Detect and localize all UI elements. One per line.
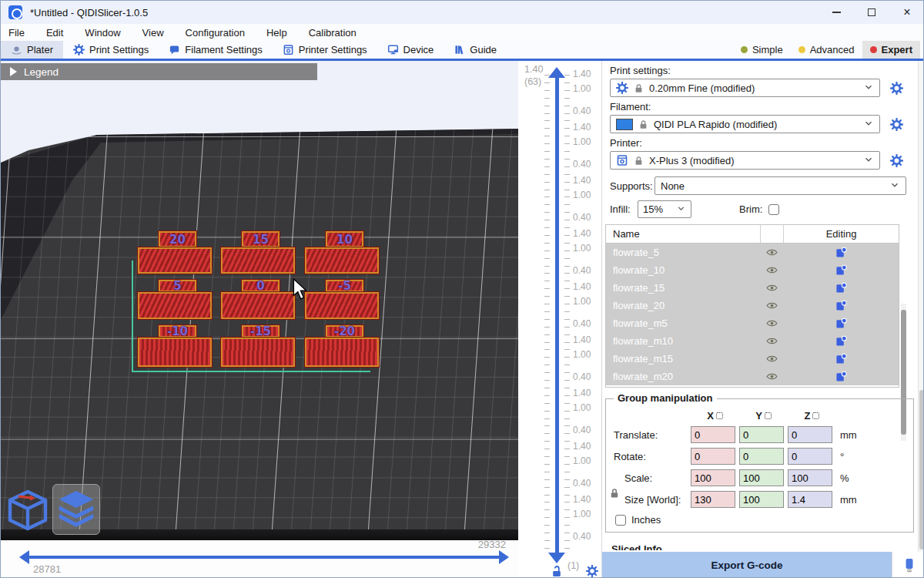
tab-print-settings[interactable]: Print Settings bbox=[63, 41, 159, 59]
print-settings-gear-button[interactable] bbox=[890, 82, 903, 95]
plate-object-5[interactable] bbox=[138, 292, 212, 319]
tab-device[interactable]: Device bbox=[377, 41, 444, 59]
menu-item-edit[interactable]: Edit bbox=[42, 26, 68, 39]
slider-settings-gear-icon[interactable] bbox=[586, 565, 598, 577]
slider-lock-open-icon[interactable] bbox=[551, 565, 563, 577]
plate-object-0[interactable] bbox=[221, 292, 295, 319]
mode-expert[interactable]: Expert bbox=[862, 41, 920, 59]
gm-field-x-translate[interactable] bbox=[691, 426, 735, 443]
plate-object-tab-5[interactable]: 5 bbox=[159, 280, 196, 292]
moves-slider-right-thumb[interactable] bbox=[499, 550, 509, 564]
tab-filament-settings[interactable]: Filament Settings bbox=[159, 41, 272, 59]
export-to-usb-button[interactable] bbox=[892, 552, 924, 578]
edit-object-icon[interactable] bbox=[783, 282, 899, 294]
plate-object-tab-0[interactable]: 0 bbox=[242, 280, 280, 292]
menu-item-help[interactable]: Help bbox=[262, 26, 292, 39]
printer-gear-button[interactable] bbox=[890, 154, 903, 167]
edit-object-icon[interactable] bbox=[783, 264, 899, 276]
menu-item-view[interactable]: View bbox=[138, 26, 169, 39]
infill-combo[interactable]: 15% bbox=[638, 200, 691, 218]
table-row-flowrate-10[interactable]: flowrate_10 bbox=[606, 261, 899, 279]
menu-item-window[interactable]: Window bbox=[80, 26, 125, 39]
eye-icon[interactable] bbox=[760, 353, 783, 365]
tab-guide[interactable]: Guide bbox=[444, 41, 507, 59]
plate-object-tab-10[interactable]: 10 bbox=[326, 231, 363, 247]
gm-field-y-size-world[interactable] bbox=[739, 491, 784, 508]
gm-field-y-translate[interactable] bbox=[739, 426, 784, 443]
moves-slider-track[interactable] bbox=[28, 556, 500, 559]
edit-object-icon[interactable] bbox=[783, 247, 899, 258]
table-row-flowrate-15[interactable]: flowrate_15 bbox=[606, 279, 899, 297]
gm-field-y-scale[interactable] bbox=[739, 469, 784, 486]
mode-simple[interactable]: Simple bbox=[733, 41, 791, 59]
eye-icon[interactable] bbox=[760, 335, 783, 347]
edit-object-icon[interactable] bbox=[783, 318, 899, 329]
gm-field-y-rotate[interactable] bbox=[739, 448, 784, 465]
edit-object-icon[interactable] bbox=[783, 353, 899, 365]
plate-object-tab-10[interactable]: -10 bbox=[159, 325, 196, 338]
plate-object-15[interactable] bbox=[221, 338, 295, 367]
eye-icon[interactable] bbox=[760, 300, 783, 311]
plate-object-10[interactable] bbox=[138, 338, 212, 367]
plate-object-20[interactable] bbox=[305, 338, 379, 367]
gm-field-z-translate[interactable] bbox=[788, 426, 832, 443]
plate-object-tab-20[interactable]: 20 bbox=[159, 231, 196, 247]
table-row-flowrate-m20[interactable]: flowrate_m20 bbox=[606, 368, 899, 385]
edit-object-icon[interactable] bbox=[783, 335, 899, 347]
minimize-button[interactable] bbox=[819, 1, 854, 24]
tab-printer-settings[interactable]: Printer Settings bbox=[273, 41, 377, 59]
eye-icon[interactable] bbox=[760, 282, 783, 294]
tab-plater[interactable]: Plater bbox=[1, 41, 63, 59]
table-row-flowrate-m5[interactable]: flowrate_m5 bbox=[606, 314, 899, 332]
plate-object-15[interactable] bbox=[221, 247, 295, 274]
plate-object-tab-20[interactable]: -20 bbox=[326, 325, 363, 338]
layer-slider-upper-thumb[interactable] bbox=[548, 67, 565, 78]
eye-icon[interactable] bbox=[760, 247, 783, 258]
plate-object-10[interactable] bbox=[305, 247, 379, 274]
uniform-scale-lock-icon[interactable] bbox=[609, 488, 620, 499]
menu-item-configuration[interactable]: Configuration bbox=[181, 26, 249, 39]
print-settings-combo[interactable]: 0.20mm Fine (modified) bbox=[610, 79, 880, 97]
menu-item-calibration[interactable]: Calibration bbox=[304, 26, 361, 39]
gm-field-x-size-world[interactable] bbox=[691, 491, 735, 508]
table-row-flowrate-m15[interactable]: flowrate_m15 bbox=[606, 350, 899, 368]
edit-object-icon[interactable] bbox=[783, 300, 899, 311]
brim-checkbox[interactable] bbox=[768, 204, 779, 215]
edit-object-icon[interactable] bbox=[783, 371, 899, 382]
plate-object-tab-5[interactable]: -5 bbox=[326, 280, 363, 292]
plate-object-20[interactable] bbox=[138, 247, 212, 274]
table-row-flowrate-5[interactable]: flowrate_5 bbox=[606, 244, 899, 261]
viewport-3d[interactable]: Legend 20151050-5-10-15-20 29332 28781 bbox=[1, 61, 518, 578]
gm-field-x-scale[interactable] bbox=[691, 469, 735, 486]
maximize-button[interactable] bbox=[854, 1, 889, 24]
plate-object-5[interactable] bbox=[305, 292, 379, 319]
legend-collapsed-bar[interactable]: Legend bbox=[1, 63, 317, 80]
filament-gear-button[interactable] bbox=[890, 118, 903, 131]
inches-checkbox[interactable] bbox=[615, 515, 626, 526]
gm-field-z-rotate[interactable] bbox=[788, 448, 832, 465]
gm-field-x-rotate[interactable] bbox=[691, 448, 735, 465]
table-row-flowrate-20[interactable]: flowrate_20 bbox=[606, 297, 899, 314]
filament-combo[interactable]: QIDI PLA Rapido (modified) bbox=[610, 115, 880, 133]
preview-view-button[interactable] bbox=[52, 484, 100, 535]
eye-icon[interactable] bbox=[760, 371, 783, 382]
printer-combo[interactable]: X-Plus 3 (modified) bbox=[610, 151, 880, 170]
eye-icon[interactable] bbox=[760, 264, 783, 276]
plate-object-tab-15[interactable]: -15 bbox=[242, 325, 280, 338]
table-row-flowrate-m10[interactable]: flowrate_m10 bbox=[606, 332, 899, 350]
tick bbox=[544, 82, 550, 83]
moves-slider-left-thumb[interactable] bbox=[19, 550, 29, 564]
layer-slider-track[interactable] bbox=[555, 78, 559, 553]
plate-object-tab-15[interactable]: 15 bbox=[242, 231, 280, 247]
mode-advanced[interactable]: Advanced bbox=[791, 41, 862, 59]
panel-scrollbar[interactable] bbox=[918, 61, 924, 552]
gm-field-z-scale[interactable] bbox=[788, 469, 832, 486]
eye-icon[interactable] bbox=[760, 318, 783, 329]
supports-combo[interactable]: None bbox=[654, 176, 906, 195]
gm-field-z-size-world[interactable] bbox=[788, 491, 832, 508]
editor-view-button[interactable] bbox=[5, 486, 50, 534]
close-button[interactable]: × bbox=[889, 1, 924, 24]
layer-slider-lower-thumb[interactable] bbox=[548, 553, 565, 563]
menu-item-file[interactable]: File bbox=[4, 26, 29, 39]
export-gcode-button[interactable]: Export G-code bbox=[602, 552, 892, 578]
